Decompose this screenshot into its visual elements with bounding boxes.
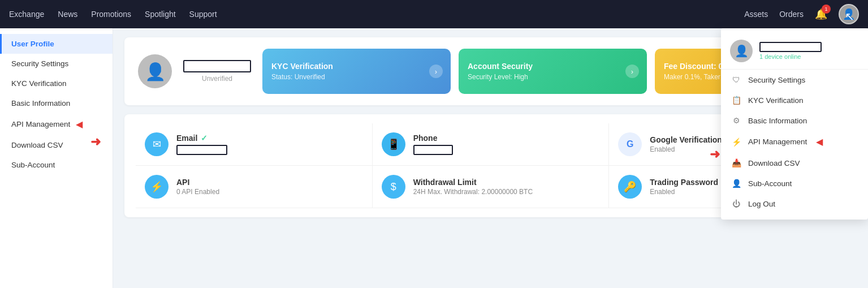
dropdown-logout-label: Log Out [748, 200, 775, 208]
withdrawal-value: 24H Max. Withdrawal: 2.00000000 BTC [413, 188, 533, 196]
nav-orders[interactable]: Orders [779, 10, 804, 19]
sidebar-item-api[interactable]: API Management ◀ [0, 113, 113, 135]
dropdown-security-settings[interactable]: 🛡 Security Settings [721, 70, 868, 90]
email-info: Email ✓ [176, 134, 227, 155]
dropdown-csv-label: Download CSV [748, 159, 800, 167]
nav-exchange[interactable]: Exchange [9, 10, 44, 19]
sidebar-item-basic-info[interactable]: Basic Information [0, 93, 113, 113]
dropdown-kyc-label: KYC Verification [748, 96, 804, 105]
withdrawal-item[interactable]: $ Withdrawal Limit 24H Max. Withdrawal: … [373, 166, 610, 208]
dropdown-security-label: Security Settings [748, 76, 805, 84]
dropdown-basic-info[interactable]: ⚙ Basic Information [721, 110, 868, 131]
api-icon: ⚡ [145, 175, 169, 199]
dropdown-csv-icon: 📥 [731, 158, 741, 167]
api-item[interactable]: ⚡ API 0 API Enabled [136, 166, 373, 208]
sidebar-api-arrow: ◀ [76, 119, 83, 130]
kyc-card-arrow: › [429, 65, 443, 78]
sidebar-item-download-csv[interactable]: Download CSV [0, 135, 113, 155]
nav-spotlight[interactable]: Spotlight [145, 10, 175, 19]
account-security-card[interactable]: Account Security Security Level: High › [459, 49, 647, 94]
kyc-card-title: KYC Verification [271, 62, 442, 71]
page-layout: User Profile Security Settings KYC Verif… [0, 28, 868, 288]
sidebar-label-api: API Management [11, 120, 70, 128]
dropdown-basic-info-icon: ⚙ [731, 116, 741, 125]
email-check-icon: ✓ [201, 134, 208, 143]
sidebar-label-user-profile: User Profile [11, 40, 54, 48]
dropdown-avatar: 👤 [730, 40, 753, 62]
dropdown-subaccount-label: Sub-Account [748, 179, 792, 188]
profile-unverified-label: Unverified [183, 75, 251, 83]
dropdown-basic-info-label: Basic Information [748, 117, 807, 125]
sidebar-label-sub-account: Sub-Account [11, 161, 55, 169]
google-icon: G [618, 132, 642, 156]
dropdown-avatar-icon: 👤 [735, 44, 749, 58]
dropdown-kyc[interactable]: 📋 KYC Verification [721, 90, 868, 110]
dropdown-header: 👤 1 device online [721, 34, 868, 70]
api-label: API [176, 178, 189, 187]
user-dropdown: 👤 1 device online 🛡 Security Settings 📋 … [721, 28, 868, 220]
dropdown-api-arrow: ◀ [816, 136, 823, 147]
sidebar-label-security-settings: Security Settings [11, 59, 68, 68]
user-avatar-icon: 👤 [843, 8, 855, 20]
profile-name-box [183, 60, 251, 72]
api-value: 0 API Enabled [176, 188, 219, 196]
phone-icon: 📱 [382, 132, 405, 156]
sidebar-item-sub-account[interactable]: Sub-Account [0, 155, 113, 175]
profile-name-area: Unverified [183, 60, 251, 83]
google-info: Google Verification ✓ Enabled [650, 135, 732, 153]
sidebar-label-download-csv: Download CSV [11, 141, 63, 149]
withdrawal-info: Withdrawal Limit 24H Max. Withdrawal: 2.… [413, 178, 533, 196]
trading-password-title: Trading Password ✓ [650, 178, 728, 187]
bell-button[interactable]: 🔔 1 [815, 8, 827, 20]
profile-avatar: 👤 [138, 54, 172, 88]
api-info: API 0 API Enabled [176, 178, 219, 196]
dropdown-logout-icon: ⏻ [731, 199, 741, 208]
withdrawal-label: Withdrawal Limit [413, 178, 477, 187]
nav-news[interactable]: News [58, 10, 77, 19]
dropdown-logout[interactable]: ⏻ Log Out [721, 194, 868, 214]
sidebar-label-kyc: KYC Verification [11, 79, 67, 88]
dropdown-api-label: API Management [748, 137, 807, 146]
topnav: Exchange News Promotions Spotlight Suppo… [0, 0, 868, 28]
topnav-left: Exchange News Promotions Spotlight Suppo… [9, 10, 217, 19]
nav-assets[interactable]: Assets [744, 10, 768, 19]
phone-item[interactable]: 📱 Phone [373, 123, 610, 166]
google-value: Enabled [650, 145, 732, 153]
google-title: Google Verification ✓ [650, 135, 732, 144]
email-value-box [176, 145, 227, 155]
trading-password-value: Enabled [650, 188, 728, 196]
dropdown-security-icon: 🛡 [731, 75, 741, 84]
trading-password-info: Trading Password ✓ Enabled [650, 178, 728, 196]
security-card-sub: Security Level: High [468, 73, 638, 81]
dropdown-device-label: 1 device online [759, 53, 822, 60]
dropdown-username-box [759, 42, 822, 52]
user-avatar-button[interactable]: 👤 ↖ [839, 4, 859, 24]
kyc-card-sub: Status: Unverified [271, 73, 442, 81]
topnav-right: Assets Orders 🔔 1 👤 ↖ [744, 4, 859, 24]
profile-avatar-icon: 👤 [145, 62, 166, 81]
dropdown-api-icon: ⚡ [731, 137, 741, 147]
sidebar-item-security-settings[interactable]: Security Settings [0, 54, 113, 74]
phone-title: Phone [413, 134, 453, 143]
trading-password-icon: 🔑 [618, 175, 642, 199]
sidebar-item-user-profile[interactable]: User Profile [0, 34, 113, 54]
trading-password-label: Trading Password [650, 178, 718, 187]
nav-promotions[interactable]: Promotions [91, 10, 131, 19]
dropdown-subaccount-icon: 👤 [731, 179, 741, 188]
sidebar-label-basic-info: Basic Information [11, 99, 70, 108]
email-label: Email [176, 134, 197, 143]
dropdown-download-csv[interactable]: 📥 Download CSV [721, 153, 868, 173]
nav-support[interactable]: Support [189, 10, 217, 19]
api-title: API [176, 178, 219, 187]
phone-value-box [413, 145, 453, 155]
email-item[interactable]: ✉ Email ✓ [136, 123, 373, 166]
security-card-arrow: › [625, 65, 639, 78]
security-card-title: Account Security [468, 62, 638, 71]
google-label: Google Verification [650, 135, 722, 144]
sidebar-item-kyc[interactable]: KYC Verification [0, 74, 113, 93]
dropdown-kyc-icon: 📋 [731, 96, 741, 105]
dropdown-sub-account[interactable]: 👤 Sub-Account [721, 173, 868, 194]
bell-badge: 1 [822, 5, 831, 14]
kyc-card[interactable]: KYC Verification Status: Unverified › [262, 49, 451, 94]
dropdown-api[interactable]: ⚡ API Management ◀ [721, 131, 868, 153]
